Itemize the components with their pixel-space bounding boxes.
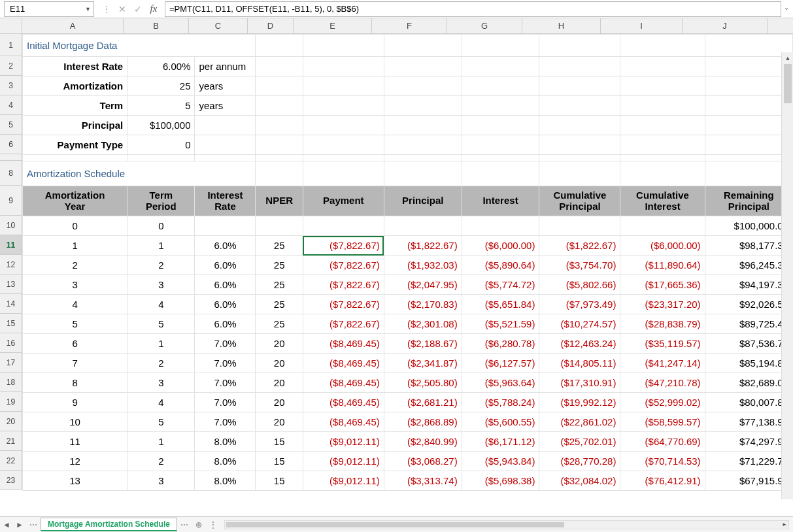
cell-principal[interactable]: ($2,047.95) bbox=[384, 275, 462, 295]
unit-term[interactable]: years bbox=[195, 96, 256, 116]
cell[interactable] bbox=[303, 161, 384, 186]
cell-cum-principal[interactable]: ($17,310.91) bbox=[539, 373, 620, 393]
cells-table[interactable]: Initial Mortgage DataInterest Rate6.00%p… bbox=[22, 34, 793, 491]
cell[interactable] bbox=[256, 116, 303, 135]
row-header-3[interactable]: 3 bbox=[0, 76, 22, 95]
cell-term[interactable]: 5 bbox=[127, 314, 195, 334]
title-initial[interactable]: Initial Mortgage Data bbox=[23, 35, 256, 57]
cell-rate[interactable]: 8.0% bbox=[195, 471, 256, 491]
cell-rate[interactable]: 8.0% bbox=[195, 432, 256, 452]
cell-interest[interactable]: ($5,698.38) bbox=[462, 471, 539, 491]
cell-cum-interest[interactable]: ($28,838.79) bbox=[620, 314, 705, 334]
cell-interest[interactable]: ($5,788.24) bbox=[462, 393, 539, 412]
cell[interactable] bbox=[303, 116, 384, 135]
sched-header[interactable]: TermPeriod bbox=[127, 186, 195, 216]
formula-input[interactable]: =PMT(C11, D11, OFFSET(E11, -B11, 5), 0, … bbox=[165, 1, 781, 17]
cell-remaining[interactable]: $94,197.34 bbox=[705, 275, 792, 295]
row-header-11[interactable]: 11 bbox=[0, 235, 22, 255]
cell-cum-principal[interactable]: ($10,274.57) bbox=[539, 314, 620, 334]
cell-remaining[interactable]: $87,536.76 bbox=[705, 334, 792, 354]
cell-nper[interactable] bbox=[256, 216, 303, 236]
cell-interest[interactable]: ($5,943.84) bbox=[462, 452, 539, 471]
cell-payment[interactable] bbox=[303, 216, 384, 236]
cell-cum-interest[interactable]: ($11,890.64) bbox=[620, 256, 705, 275]
cell-cum-principal[interactable]: ($22,861.02) bbox=[539, 412, 620, 432]
row-header-23[interactable]: 23 bbox=[0, 471, 22, 490]
cell[interactable] bbox=[539, 161, 620, 186]
cell-remaining[interactable]: $82,689.09 bbox=[705, 373, 792, 393]
cell[interactable] bbox=[384, 135, 462, 155]
cell[interactable] bbox=[620, 135, 705, 155]
col-header-I[interactable]: I bbox=[601, 18, 683, 33]
sched-header[interactable]: InterestRate bbox=[195, 186, 256, 216]
cell-cum-principal[interactable]: ($32,084.02) bbox=[539, 471, 620, 491]
cell-nper[interactable]: 20 bbox=[256, 393, 303, 412]
row-header-13[interactable]: 13 bbox=[0, 274, 22, 294]
cell-term[interactable]: 2 bbox=[127, 452, 195, 471]
scroll-right-icon[interactable]: ► bbox=[780, 521, 789, 529]
cell[interactable] bbox=[256, 96, 303, 116]
cell-nper[interactable]: 20 bbox=[256, 334, 303, 354]
cell-cum-principal[interactable]: ($3,754.70) bbox=[539, 256, 620, 275]
horizontal-scrollbar[interactable]: ◄ ► bbox=[224, 520, 789, 529]
cell-year[interactable]: 10 bbox=[23, 412, 127, 432]
cell-term[interactable]: 3 bbox=[127, 471, 195, 491]
cell[interactable] bbox=[462, 161, 539, 186]
cell-cum-interest[interactable]: ($41,247.14) bbox=[620, 354, 705, 373]
label-rate[interactable]: Interest Rate bbox=[23, 57, 127, 76]
cell-term[interactable]: 3 bbox=[127, 373, 195, 393]
cell-rate[interactable]: 6.0% bbox=[195, 256, 256, 275]
cell-remaining[interactable]: $98,177.33 bbox=[705, 236, 792, 256]
cell[interactable] bbox=[620, 161, 705, 186]
cell[interactable] bbox=[127, 155, 195, 161]
cell[interactable] bbox=[384, 35, 462, 57]
row-header-5[interactable]: 5 bbox=[0, 115, 22, 135]
cell-principal[interactable]: ($3,313.74) bbox=[384, 471, 462, 491]
cell-payment[interactable]: ($8,469.45) bbox=[303, 393, 384, 412]
cell[interactable] bbox=[705, 96, 792, 116]
cell-rate[interactable]: 6.0% bbox=[195, 275, 256, 295]
cell-cum-principal[interactable]: ($14,805.11) bbox=[539, 354, 620, 373]
cell-cum-principal[interactable]: ($28,770.28) bbox=[539, 452, 620, 471]
cell-term[interactable]: 0 bbox=[127, 216, 195, 236]
cell[interactable] bbox=[705, 135, 792, 155]
cell[interactable] bbox=[303, 96, 384, 116]
cell-payment[interactable]: ($8,469.45) bbox=[303, 354, 384, 373]
cell-principal[interactable]: ($2,868.89) bbox=[384, 412, 462, 432]
cell[interactable] bbox=[195, 116, 256, 135]
cell-nper[interactable]: 25 bbox=[256, 295, 303, 314]
cell-remaining[interactable]: $74,297.99 bbox=[705, 432, 792, 452]
cell-cum-interest[interactable]: ($35,119.57) bbox=[620, 334, 705, 354]
cell-principal[interactable]: ($2,341.87) bbox=[384, 354, 462, 373]
cell-cum-interest[interactable]: ($52,999.02) bbox=[620, 393, 705, 412]
cell[interactable] bbox=[539, 135, 620, 155]
cell[interactable] bbox=[303, 57, 384, 76]
cell[interactable] bbox=[462, 76, 539, 96]
row-header-9[interactable]: 9 bbox=[0, 186, 22, 216]
cell-principal[interactable]: ($2,681.21) bbox=[384, 393, 462, 412]
row-header-gap[interactable] bbox=[0, 154, 22, 161]
col-header-J[interactable]: J bbox=[683, 18, 768, 33]
cell-interest[interactable]: ($6,280.78) bbox=[462, 334, 539, 354]
cell-cum-principal[interactable]: ($19,992.12) bbox=[539, 393, 620, 412]
cell-principal[interactable]: ($2,301.08) bbox=[384, 314, 462, 334]
label-principal[interactable]: Principal bbox=[23, 116, 127, 135]
cell[interactable] bbox=[384, 155, 462, 161]
cell-rate[interactable]: 8.0% bbox=[195, 452, 256, 471]
enter-icon[interactable]: ✓ bbox=[131, 2, 145, 16]
row-header-21[interactable]: 21 bbox=[0, 431, 22, 451]
col-header-D[interactable]: D bbox=[248, 18, 294, 33]
cell[interactable] bbox=[705, 155, 792, 161]
cell-cum-interest[interactable]: ($76,412.91) bbox=[620, 471, 705, 491]
cell-principal[interactable]: ($2,505.80) bbox=[384, 373, 462, 393]
row-header-17[interactable]: 17 bbox=[0, 353, 22, 373]
cells-area[interactable]: Initial Mortgage DataInterest Rate6.00%p… bbox=[22, 34, 793, 499]
cell-nper[interactable]: 25 bbox=[256, 236, 303, 256]
cell-year[interactable]: 5 bbox=[23, 314, 127, 334]
cell-interest[interactable]: ($5,521.59) bbox=[462, 314, 539, 334]
unit-amort[interactable]: years bbox=[195, 76, 256, 96]
sched-header[interactable]: Principal bbox=[384, 186, 462, 216]
cell-year[interactable]: 3 bbox=[23, 275, 127, 295]
fx-icon[interactable]: fx bbox=[146, 2, 161, 16]
cell-principal[interactable] bbox=[384, 216, 462, 236]
